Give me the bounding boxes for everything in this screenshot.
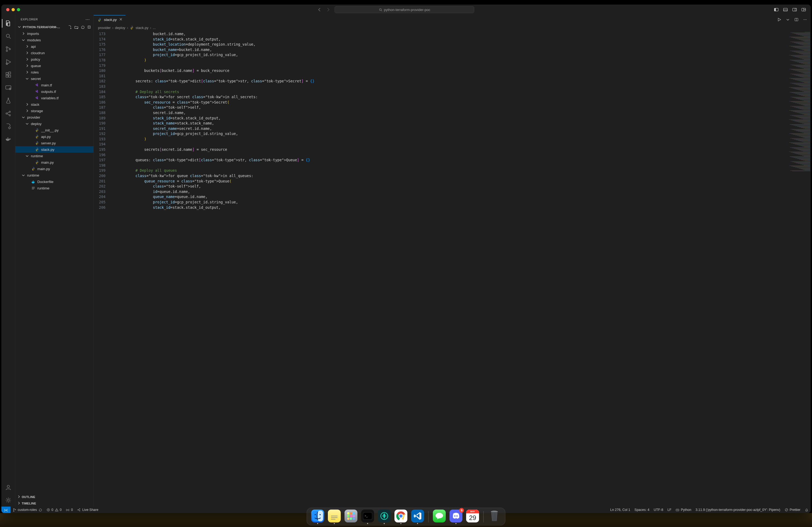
tree-folder[interactable]: queue	[15, 62, 93, 69]
command-center[interactable]: python-terraform-provider-poc	[335, 6, 474, 13]
tree-file[interactable]: main.py	[15, 159, 93, 166]
new-folder-button[interactable]	[74, 25, 79, 30]
title-bar: python-terraform-provider-poc	[1, 4, 811, 15]
problems-indicator[interactable]: 0 0	[44, 507, 64, 513]
window-zoom-button[interactable]	[17, 8, 20, 11]
tree-file[interactable]: __init__.py	[15, 127, 93, 133]
tree-folder[interactable]: imports	[15, 30, 93, 37]
activity-live-share[interactable]	[2, 107, 15, 120]
tree-file[interactable]: api.py	[15, 133, 93, 140]
customize-layout-button[interactable]	[800, 6, 808, 13]
dock-app-gitkraken[interactable]	[378, 510, 391, 524]
tree-folder[interactable]: policy	[15, 56, 93, 62]
tree-file[interactable]: main.tf	[15, 82, 93, 88]
tree-file[interactable]: outputs.tf	[15, 88, 93, 95]
collapse-folders-button[interactable]	[86, 25, 92, 30]
breadcrumb-item[interactable]: ...	[153, 26, 156, 30]
sidebar-more-button[interactable]: ⋯	[85, 17, 90, 22]
nav-back-button[interactable]	[316, 6, 323, 13]
activity-remote-explorer[interactable]	[2, 81, 15, 94]
activity-resources[interactable]	[2, 120, 15, 133]
tree-folder[interactable]: storage	[15, 108, 93, 114]
cursor-position[interactable]: Ln 276, Col 1	[608, 507, 632, 513]
tree-label: secret	[31, 77, 41, 81]
split-editor-button[interactable]	[793, 16, 800, 23]
run-file-more-button[interactable]	[784, 16, 791, 23]
activity-search[interactable]	[2, 30, 15, 43]
tab-close-button[interactable]	[119, 17, 123, 22]
tree-folder[interactable]: deploy	[15, 120, 93, 127]
activity-run-debug[interactable]	[2, 56, 15, 69]
breadcrumbs[interactable]: provider›deploy›stack.py›...	[94, 25, 811, 31]
notifications-button[interactable]	[802, 507, 811, 513]
interpreter-indicator[interactable]: 3.11.9 ('python-terraform-provider-poc-a…	[693, 507, 782, 513]
eol-indicator[interactable]: LF	[665, 507, 674, 513]
tree-folder[interactable]: stack	[15, 101, 93, 108]
breadcrumb-item[interactable]: stack.py	[135, 26, 148, 30]
encoding-indicator[interactable]: UTF-8	[651, 507, 665, 513]
tree-folder[interactable]: runtime	[15, 172, 93, 178]
activity-accounts[interactable]	[2, 481, 15, 494]
python-file-icon	[98, 18, 102, 22]
dock-app-vscode[interactable]	[411, 510, 424, 524]
sidebar-section[interactable]: TIMELINE	[15, 500, 93, 507]
dock-app-discord[interactable]: 9	[450, 510, 462, 524]
editor-tab[interactable]: stack.py	[94, 15, 126, 25]
toggle-secondary-sidebar-button[interactable]	[791, 6, 798, 13]
tree-folder[interactable]: cloudrun	[15, 50, 93, 56]
tree-file[interactable]: main.py	[15, 166, 93, 172]
live-share-indicator[interactable]: Live Share	[75, 507, 100, 513]
branch-indicator[interactable]: custom-roles	[11, 507, 44, 513]
new-file-button[interactable]	[67, 25, 73, 30]
running-indicator	[400, 523, 402, 524]
toggle-primary-sidebar-button[interactable]	[772, 6, 780, 13]
breadcrumb-item[interactable]: provider	[98, 26, 111, 30]
run-file-button[interactable]	[776, 16, 783, 23]
activity-scm[interactable]	[2, 43, 15, 56]
editor-more-button[interactable]	[801, 16, 809, 23]
workspace-folder-header[interactable]: PYTHON-TERRAFORM-...	[15, 24, 93, 30]
indentation-indicator[interactable]: Spaces: 4	[632, 507, 652, 513]
dock-app-finder[interactable]	[311, 510, 324, 524]
tree-folder[interactable]: provider	[15, 114, 93, 120]
refresh-explorer-button[interactable]	[80, 25, 85, 30]
tree-file[interactable]: stack.py	[15, 146, 93, 153]
tree-folder[interactable]: runtime	[15, 153, 93, 159]
dock-app-calendar[interactable]: MAY29	[466, 510, 479, 524]
dock-app-chrome[interactable]	[394, 510, 407, 524]
warning-count: 0	[60, 508, 62, 512]
minimap[interactable]	[784, 31, 811, 507]
code-editor[interactable]: bucket.id.name, stack_id=stack.stack_id_…	[109, 31, 784, 507]
toggle-panel-button[interactable]	[782, 6, 789, 13]
tree-label: provider	[27, 115, 40, 119]
sidebar-section[interactable]: OUTLINE	[15, 494, 93, 500]
language-mode[interactable]: Python	[673, 507, 693, 513]
activity-settings[interactable]	[2, 494, 15, 507]
activity-explorer[interactable]	[2, 17, 15, 30]
tree-file[interactable]: Dockerfile	[15, 178, 93, 185]
nav-forward-button[interactable]	[324, 6, 332, 13]
dock-app-terminal[interactable]: >_	[361, 510, 374, 524]
prettier-indicator[interactable]: Prettier	[782, 507, 802, 513]
tree-file[interactable]: variables.tf	[15, 95, 93, 101]
tree-file[interactable]: runtime	[15, 185, 93, 191]
dock-app-notes[interactable]	[328, 510, 341, 524]
dock-app-messages[interactable]	[433, 510, 446, 524]
tree-folder[interactable]: roles	[15, 69, 93, 75]
tree-folder[interactable]: secret	[15, 75, 93, 82]
activity-extensions[interactable]	[2, 69, 15, 81]
tree-folder[interactable]: modules	[15, 37, 93, 43]
activity-docker[interactable]	[2, 133, 15, 146]
window-close-button[interactable]	[6, 8, 10, 11]
activity-testing[interactable]	[2, 94, 15, 107]
breadcrumb-sep: ›	[127, 26, 128, 30]
dock-app-launchpad[interactable]	[345, 510, 358, 524]
ports-indicator[interactable]: 0	[64, 507, 75, 513]
remote-indicator[interactable]	[1, 507, 11, 513]
window-minimize-button[interactable]	[12, 8, 15, 11]
tree-file[interactable]: server.py	[15, 140, 93, 146]
tree-folder[interactable]: api	[15, 43, 93, 50]
breadcrumb-item[interactable]: deploy	[115, 26, 125, 30]
live-share-label: Live Share	[82, 508, 98, 512]
dock-app-trash[interactable]	[488, 510, 501, 524]
